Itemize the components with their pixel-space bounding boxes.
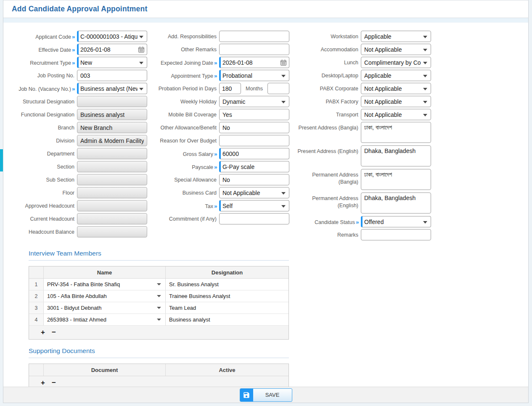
- field-value: Dynamic: [222, 98, 245, 105]
- member-name-select[interactable]: 105 - Afia Binte Abdullah: [44, 290, 166, 302]
- row-number: 1: [29, 279, 44, 290]
- workstation-select[interactable]: Applicable: [361, 31, 431, 42]
- member-name-select[interactable]: 3001 - Bidyut Debnath: [44, 302, 166, 314]
- desktop-laptop-select[interactable]: Applicable: [361, 70, 431, 81]
- job-posting-no-input[interactable]: 003: [77, 70, 147, 81]
- save-button-label: SAVE: [253, 389, 292, 401]
- other-remarks-input[interactable]: [219, 44, 289, 55]
- field-value: Offered: [364, 219, 384, 225]
- field-label-job-no-vacancy-no: Job No. (Vacancy No.)»: [16, 83, 77, 93]
- field-row-sub-section: Sub Section: [16, 174, 150, 185]
- appointment-type-select[interactable]: Probational: [219, 70, 289, 81]
- dropdown-caret-icon: [281, 205, 286, 208]
- field-row-expected-joining-date: Expected Joining Date»2026-01-08: [156, 57, 289, 68]
- field-row-applicant-code: Applicant Code»C-0000001003 - Atiqu: [16, 31, 150, 42]
- gross-salary-input[interactable]: 60000: [219, 148, 289, 159]
- field-label-appointment-type: Appointment Type»: [156, 70, 219, 80]
- permanent-address-english-textarea[interactable]: Dhaka, Bangladesh: [361, 192, 431, 214]
- side-panel-tab[interactable]: [0, 149, 3, 171]
- member-name-select[interactable]: 2653983 - Imtiaz Ahmed: [44, 314, 166, 325]
- probation-period-in-days-input[interactable]: 180: [219, 83, 241, 94]
- field-row-pabx-factory: PABX FactoryNot Applicable: [295, 96, 431, 107]
- special-allowance-input[interactable]: No: [219, 174, 289, 185]
- field-row-appointment-type: Appointment Type»Probational: [156, 70, 289, 81]
- field-value: Complimentary by Co: [364, 59, 421, 66]
- recruitment-type-select[interactable]: New: [77, 57, 147, 68]
- business-card-select[interactable]: Not Applicable: [219, 187, 289, 198]
- field-row-workstation: WorkstationApplicable: [295, 31, 431, 42]
- months-label: Months: [241, 86, 267, 92]
- probation-period-in-months-input[interactable]: [267, 83, 289, 94]
- job-no-vacancy-no-select[interactable]: Business analyst (New: [77, 83, 147, 94]
- field-label-branch: Branch: [16, 122, 77, 132]
- other-allowance-benefit-input[interactable]: No: [219, 122, 289, 133]
- field-row-other-allowance-benefit: Other Allowance/BenefitNo: [156, 122, 289, 133]
- form-column-left: Applicant Code»C-0000001003 - AtiquEffec…: [16, 31, 150, 239]
- calendar-icon[interactable]: [138, 46, 145, 53]
- dropdown-caret-icon: [423, 221, 427, 224]
- field-value: Not Applicable: [364, 85, 402, 92]
- expected-joining-date-date-input[interactable]: 2026-01-08: [219, 57, 289, 68]
- field-value: Applicable: [364, 72, 392, 79]
- dropdown-caret-icon: [423, 36, 427, 38]
- department-field: [77, 148, 147, 159]
- payscale-input[interactable]: G-Pay scale: [219, 161, 289, 172]
- dropdown-caret-icon: [423, 114, 427, 116]
- member-name-select[interactable]: PRV-354 - Fatiha Binte Shafiq: [44, 279, 166, 290]
- field-label-permanent-address-english: Permanent Address (English): [295, 192, 361, 209]
- field-row-present-address-english: Present Address (English)Dhaka, Banglade…: [295, 145, 431, 166]
- reason-for-over-budget-input[interactable]: [219, 135, 289, 146]
- table-footer: +−: [29, 326, 288, 339]
- member-designation: Team Lead: [166, 302, 288, 314]
- field-value: ঢাকা, বাংলাদেশ: [364, 124, 392, 131]
- structural-designation-field: [77, 96, 147, 107]
- lunch-select[interactable]: Complimentary by Co: [361, 57, 431, 68]
- field-label-pabx-corporate: PABX Corporate: [295, 83, 361, 92]
- present-address-bangla-textarea[interactable]: ঢাকা, বাংলাদেশ: [361, 122, 431, 143]
- field-row-commitment-if-any: Commitment (if Any): [156, 213, 289, 224]
- remove-row-button[interactable]: −: [48, 326, 59, 339]
- add-responsibilities-input[interactable]: [219, 31, 289, 42]
- transport-select[interactable]: Not Applicable: [361, 109, 431, 120]
- sub-section-field: [77, 174, 147, 185]
- field-label-sub-section: Sub Section: [16, 174, 77, 184]
- field-label-transport: Transport: [295, 109, 361, 119]
- field-row-lunch: LunchComplimentary by Co: [295, 57, 431, 68]
- present-address-english-textarea[interactable]: Dhaka, Bangladesh: [361, 145, 431, 166]
- field-row-effective-date: Effective Date»2026-01-08: [16, 44, 150, 55]
- field-label-payscale: Payscale»: [156, 161, 219, 171]
- row-number: 4: [29, 314, 44, 325]
- dropdown-caret-icon: [139, 36, 143, 38]
- save-bar: SAVE: [3, 387, 528, 403]
- save-button[interactable]: SAVE: [240, 388, 292, 402]
- headcount-balance-field: [77, 226, 147, 237]
- effective-date-date-input[interactable]: 2026-01-08: [77, 44, 147, 55]
- calendar-icon[interactable]: [280, 59, 287, 66]
- remarks-input[interactable]: [361, 229, 431, 240]
- field-value: Business analyst: [80, 111, 124, 118]
- tax-select[interactable]: Self: [219, 200, 289, 211]
- candidate-status-select[interactable]: Offered: [361, 216, 431, 227]
- weekly-holiday-select[interactable]: Dynamic: [219, 96, 289, 107]
- field-label-lunch: Lunch: [295, 57, 361, 66]
- field-row-headcount-balance: Headcount Balance: [16, 226, 150, 237]
- field-row-job-posting-no: Job Posting No.003: [16, 70, 150, 81]
- pabx-corporate-select[interactable]: Not Applicable: [361, 83, 431, 94]
- pabx-factory-select[interactable]: Not Applicable: [361, 96, 431, 107]
- required-marker-icon: »: [71, 47, 74, 53]
- field-value: Not Applicable: [364, 111, 402, 118]
- accommodation-select[interactable]: Not Applicable: [361, 44, 431, 55]
- name-column-header: Name: [44, 266, 166, 278]
- required-marker-icon: »: [71, 60, 74, 66]
- save-icon: [240, 389, 253, 401]
- commitment-if-any-input[interactable]: [219, 213, 289, 224]
- field-row-business-card: Business CardNot Applicable: [156, 187, 289, 198]
- field-value: Not Applicable: [222, 190, 260, 196]
- document-column-header: Document: [44, 364, 166, 376]
- field-label-applicant-code: Applicant Code»: [16, 31, 77, 41]
- applicant-code-select[interactable]: C-0000001003 - Atiqu: [77, 31, 147, 42]
- mobile-bill-coverage-input[interactable]: Yes: [219, 109, 289, 120]
- add-row-button[interactable]: +: [37, 326, 48, 339]
- page-title: Add Candidate Approval Appointment: [12, 5, 147, 13]
- permanent-address-bangla-textarea[interactable]: ঢাকা, বাংলাদেশ: [361, 169, 431, 190]
